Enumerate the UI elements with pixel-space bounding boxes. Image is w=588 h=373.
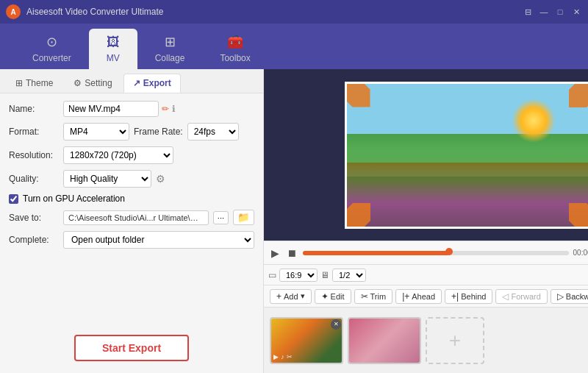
collage-icon: ⊞ [165,34,176,50]
thumbnail-2[interactable] [348,317,421,364]
right-panel: ▶ ⏹ 00:06:33.02/00:07:25.04 🔊 ▭ 16:9 4:3… [264,69,588,373]
save-path-display: C:\Aiseesoft Studio\Ai...r Ultimate\MV E… [63,210,209,225]
close-btn[interactable]: ✕ [570,6,582,18]
add-thumbnail-button[interactable]: + [426,317,484,364]
gpu-checkbox[interactable] [9,194,18,204]
main-content: ⊞ Theme ⚙ Setting ↗ Export Name: ✏ ℹ [0,69,588,373]
export-form: Name: ✏ ℹ Format: MP4 Frame Rate: 24fps [0,93,263,323]
time-display: 00:06:33.02/00:07:25.04 [573,249,588,257]
nav-collage[interactable]: ⊞ Collage [137,28,203,69]
framerate-select[interactable]: 24fps [187,123,239,141]
open-folder-button[interactable]: 📁 [233,210,254,225]
format-select[interactable]: MP4 [63,123,129,141]
nav-converter[interactable]: ⊙ Converter [15,28,89,69]
bottom-bar: ▭ 16:9 4:3 1:1 🖥 1/2 1/1 Start Export [264,264,588,285]
name-label: Name: [9,104,59,114]
backward-icon: ▷ [557,291,564,302]
sun-rays [512,99,556,143]
right-bottom: ▶ ⏹ 00:06:33.02/00:07:25.04 🔊 ▭ 16:9 4:3… [264,241,588,373]
edit-button[interactable]: ✦ Edit [315,289,351,304]
format-label: Format: [9,127,59,137]
thumb-1-close[interactable]: ✕ [331,319,341,330]
tab-export[interactable]: ↗ Export [123,74,181,93]
progress-thumb[interactable] [445,248,453,255]
monitor-select[interactable]: 1/2 1/1 [332,269,366,282]
thumb-1-icons: ▶ ♪ ✂ [273,353,293,360]
forward-icon: ◁ [502,291,509,302]
quality-row: Quality: High Quality ⚙ [9,170,254,188]
saveto-row: Save to: C:\Aiseesoft Studio\Ai...r Ulti… [9,210,254,225]
plus-icon: + [276,291,282,302]
nav-mv-label: MV [107,53,120,63]
start-export-main-button[interactable]: Start Export [74,335,189,361]
resolution-label: Resolution: [9,150,59,160]
ratio-select[interactable]: 16:9 4:3 1:1 [279,269,318,282]
navbar: ⊙ Converter 🖼 MV ⊞ Collage 🧰 Toolbox [0,24,588,69]
behind-button[interactable]: +| Behind [445,289,492,304]
resolution-row: Resolution: 1280x720 (720p) [9,146,254,164]
tab-setting[interactable]: ⚙ Setting [64,74,121,93]
setting-tab-icon: ⚙ [74,78,82,88]
chat-btn[interactable]: ⊟ [522,6,534,18]
wand-icon: ✦ [321,291,329,302]
toolbar-strip: + Add ▾ ✦ Edit ✂ Trim |+ Ahead +| [264,285,588,307]
edit-icon[interactable]: ✏ [162,104,169,114]
complete-select[interactable]: Open output folder Do nothing Shut down [63,231,254,249]
nav-collage-label: Collage [155,53,185,63]
mv-icon: 🖼 [107,35,120,50]
thumb-play-icon: ▶ [273,353,279,360]
play-button[interactable]: ▶ [270,246,281,260]
info-icon[interactable]: ℹ [172,104,176,114]
saveto-label: Save to: [9,213,59,223]
nav-mv[interactable]: 🖼 MV [89,29,137,69]
thumb-audio-icon: ♪ [281,353,284,360]
browse-dots-button[interactable]: ··· [213,211,229,224]
backward-button[interactable]: ▷ Backward [551,289,588,304]
trim-button[interactable]: ✂ Trim [354,289,393,304]
framerate-label: Frame Rate: [134,127,183,137]
preview-frame [345,82,589,229]
ahead-icon: |+ [402,291,409,302]
aspect-ratio-icon: ▭ [268,270,276,280]
behind-icon: +| [451,291,459,302]
progress-bar[interactable] [303,251,569,255]
export-tab-icon: ↗ [133,78,140,88]
theme-tab-icon: ⊞ [15,78,23,88]
toolbox-icon: 🧰 [227,34,243,50]
ahead-button[interactable]: |+ Ahead [395,289,442,304]
window-controls[interactable]: ⊟ — □ ✕ [522,6,582,18]
progress-fill [303,251,449,255]
setting-tab-label: Setting [85,78,112,88]
nav-toolbox[interactable]: 🧰 Toolbox [202,28,268,69]
thumb-scissors-icon: ✂ [287,353,293,360]
monitor-icon: 🖥 [320,270,329,280]
app-title: Aiseesoft Video Converter Ultimate [26,7,522,17]
preview-area [264,69,588,241]
forward-button[interactable]: ◁ Forward [495,289,547,304]
minimize-btn[interactable]: — [538,6,550,18]
tab-theme[interactable]: ⊞ Theme [6,74,62,93]
thumbnail-strip: ✕ ▶ ♪ ✂ + [264,307,588,373]
name-input[interactable] [63,101,159,117]
scissors-icon: ✂ [361,291,368,302]
thumbnail-1[interactable]: ✕ ▶ ♪ ✂ [270,317,343,364]
format-row: Format: MP4 Frame Rate: 24fps [9,123,254,141]
titlebar: A Aiseesoft Video Converter Ultimate ⊟ —… [0,0,588,24]
left-panel: ⊞ Theme ⚙ Setting ↗ Export Name: ✏ ℹ [0,69,264,373]
stop-button[interactable]: ⏹ [285,246,298,260]
export-tab-label: Export [143,78,171,88]
name-row: Name: ✏ ℹ [9,101,254,117]
complete-row: Complete: Open output folder Do nothing … [9,231,254,249]
gpu-row: Turn on GPU Acceleration [9,193,254,204]
add-chevron-icon: ▾ [301,291,305,301]
add-button[interactable]: + Add ▾ [270,289,312,304]
quality-gear-icon[interactable]: ⚙ [156,173,165,185]
panel-tabs: ⊞ Theme ⚙ Setting ↗ Export [0,69,263,93]
maximize-btn[interactable]: □ [554,6,566,18]
resolution-select[interactable]: 1280x720 (720p) [63,146,173,164]
converter-icon: ⊙ [46,34,57,50]
quality-label: Quality: [9,174,59,184]
name-field-group: ✏ ℹ [63,101,176,117]
quality-select[interactable]: High Quality [63,170,151,188]
complete-label: Complete: [9,235,59,245]
